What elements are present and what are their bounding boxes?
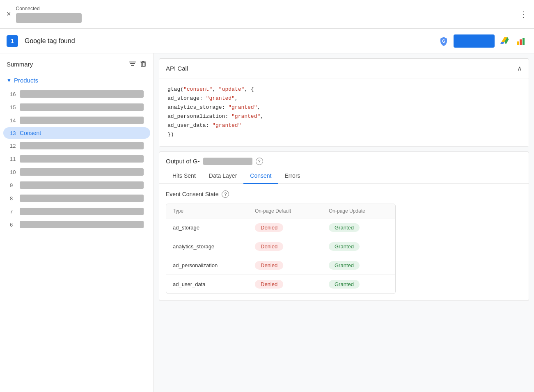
filter-icon[interactable]	[129, 60, 136, 69]
sidebar-item-14[interactable]: 14	[3, 114, 150, 126]
svg-rect-5	[130, 63, 135, 64]
analytics-icon	[514, 34, 527, 48]
svg-text:G: G	[442, 39, 445, 44]
main-layout: Summary ▼ Products 16 15	[0, 53, 534, 392]
item-bar-15	[20, 103, 144, 111]
tab-data-layer[interactable]: Data Layer	[202, 168, 243, 184]
close-button[interactable]: ×	[7, 10, 11, 18]
code-comma4: ,	[260, 113, 264, 119]
collapse-button[interactable]: ∧	[517, 64, 522, 72]
sidebar-item-11[interactable]: 11	[3, 153, 150, 165]
sidebar-item-7[interactable]: 7	[3, 205, 150, 218]
sidebar-summary-label: Summary	[7, 61, 33, 68]
tabs: Hits Sent Data Layer Consent Errors	[159, 168, 529, 184]
consent-help-icon[interactable]: ?	[222, 190, 229, 198]
tab-hits-sent[interactable]: Hits Sent	[166, 168, 202, 184]
consent-section-label: Event Consent State	[166, 191, 218, 197]
header-bar: 1 Google tag found G	[0, 29, 534, 53]
item-num-8: 8	[10, 195, 20, 202]
code-line-ad-user: ad_user_data: "granted"	[167, 121, 520, 130]
item-num-14: 14	[10, 117, 20, 124]
item-num-6: 6	[10, 222, 20, 228]
cell-update-ad-person: Granted	[322, 256, 396, 275]
consent-row-ad-person: ad_personalization Denied Granted	[166, 256, 395, 275]
svg-rect-4	[129, 62, 136, 62]
products-label: Products	[14, 77, 38, 84]
products-header[interactable]: ▼ Products	[0, 75, 154, 87]
item-bar-7	[20, 208, 144, 215]
connected-section: Connected	[16, 6, 82, 23]
code-line-close: })	[167, 130, 520, 139]
code-ad-person-val: "granted"	[231, 113, 260, 119]
badge-granted-analytics-storage: Granted	[329, 242, 360, 251]
blue-action-button[interactable]	[454, 34, 495, 48]
item-num-10: 10	[10, 169, 20, 175]
sidebar-item-9[interactable]: 9	[3, 179, 150, 191]
svg-rect-3	[523, 38, 525, 45]
sidebar-item-12[interactable]: 12	[3, 140, 150, 152]
sidebar: Summary ▼ Products 16 15	[0, 53, 154, 392]
code-ad-user-key: ad_user_data:	[167, 122, 209, 128]
code-comma1: ,	[212, 86, 219, 92]
item-num-16: 16	[10, 91, 20, 97]
svg-rect-7	[142, 61, 144, 62]
code-ad-user-val: "granted"	[212, 122, 241, 128]
code-line-1: gtag("consent", "update", {	[167, 85, 520, 94]
products-chevron-icon: ▼	[7, 78, 11, 83]
code-analytics-val: "granted"	[228, 104, 257, 110]
tag-badge: 1	[7, 35, 18, 47]
col-header-default: On-page Default	[248, 204, 322, 218]
item-label-13: Consent	[20, 130, 41, 136]
svg-rect-1	[517, 41, 519, 45]
consent-tab-content: Event Consent State ? Type On-page Defau…	[159, 184, 529, 300]
badge-granted-ad-user-data: Granted	[329, 280, 360, 289]
item-bar-6	[20, 221, 144, 228]
badge-denied-ad-storage: Denied	[255, 223, 283, 232]
cell-type-ad-person: ad_personalization	[166, 257, 248, 273]
more-menu-button[interactable]: ⋮	[519, 9, 527, 19]
code-comma3: ,	[257, 104, 260, 110]
sidebar-item-16[interactable]: 16	[3, 88, 150, 100]
badge-denied-analytics-storage: Denied	[255, 242, 283, 251]
api-call-card-title: API Call ∧	[159, 59, 529, 78]
item-bar-9	[20, 181, 144, 189]
cell-default-analytics-storage: Denied	[248, 237, 322, 256]
cell-default-ad-user-data: Denied	[248, 275, 322, 293]
badge-denied-ad-person: Denied	[255, 261, 283, 270]
gtag-shield-icon: G	[437, 34, 450, 48]
cell-update-ad-storage: Granted	[322, 218, 396, 237]
cell-type-ad-user-data: ad_user_data	[166, 276, 248, 292]
col-header-update: On-page Update	[322, 204, 396, 218]
tab-consent[interactable]: Consent	[243, 168, 278, 184]
consent-row-analytics-storage: analytics_storage Denied Granted	[166, 237, 395, 256]
tab-errors[interactable]: Errors	[278, 168, 307, 184]
item-num-9: 9	[10, 182, 20, 188]
code-gtag: gtag(	[167, 86, 183, 92]
connected-bar	[16, 13, 82, 23]
consent-table-header: Type On-page Default On-page Update	[166, 204, 395, 218]
consent-row-ad-storage: ad_storage Denied Granted	[166, 218, 395, 237]
sidebar-actions[interactable]	[129, 60, 147, 69]
trash-icon[interactable]	[140, 60, 147, 69]
sidebar-item-13[interactable]: 13 Consent	[3, 127, 150, 139]
products-section: ▼ Products 16 15 14 13 Consent	[0, 73, 154, 233]
sidebar-item-10[interactable]: 10	[3, 166, 150, 178]
help-icon[interactable]: ?	[256, 158, 263, 165]
api-call-label: API Call	[166, 65, 188, 72]
google-ads-icon	[498, 34, 511, 48]
consent-row-ad-user-data: ad_user_data Denied Granted	[166, 275, 395, 293]
sidebar-item-8[interactable]: 8	[3, 192, 150, 204]
cell-type-ad-storage: ad_storage	[166, 220, 248, 236]
code-comma2: ,	[235, 95, 238, 101]
sidebar-header: Summary	[0, 58, 154, 73]
code-colon1	[203, 95, 206, 101]
code-open-brace: , {	[244, 86, 254, 92]
sidebar-item-6[interactable]: 6	[3, 218, 150, 231]
sidebar-item-15[interactable]: 15	[3, 101, 150, 113]
code-colon3	[228, 113, 231, 119]
item-num-11: 11	[10, 156, 20, 162]
svg-rect-9	[141, 62, 145, 66]
code-ad-person-key: ad_personalization:	[167, 113, 228, 119]
badge-granted-ad-person: Granted	[329, 261, 360, 270]
item-num-15: 15	[10, 104, 20, 110]
